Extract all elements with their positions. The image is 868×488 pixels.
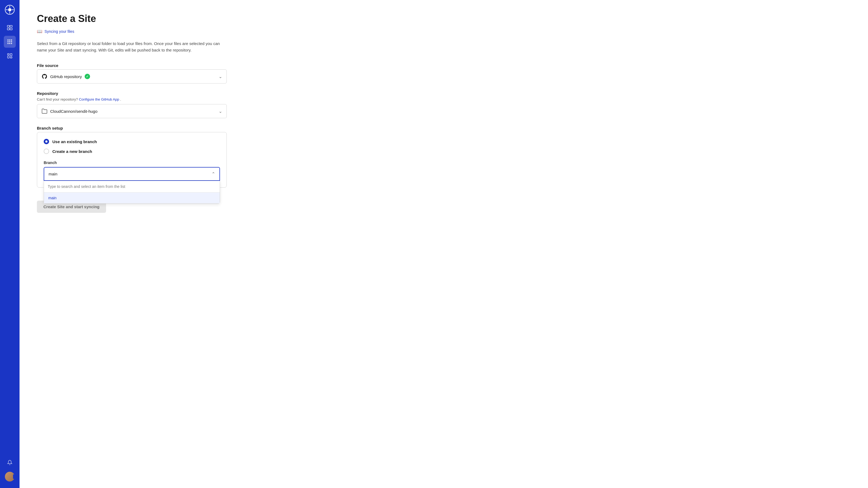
svg-rect-16 — [8, 56, 9, 58]
radio-existing-label: Use an existing branch — [52, 139, 97, 144]
repository-field: Repository Can't find your repository? C… — [37, 91, 227, 118]
branch-setup-label: Branch setup — [37, 126, 227, 130]
help-link[interactable]: 📖 Syncing your files — [37, 29, 227, 34]
file-source-field: File source GitHub repository ⌄ — [37, 63, 227, 84]
branch-option-new[interactable]: Create a new branch — [44, 149, 220, 154]
branch-setup-box: Use an existing branch Create a new bran… — [37, 132, 227, 188]
svg-rect-6 — [8, 40, 9, 41]
svg-rect-10 — [9, 41, 10, 42]
chevron-down-icon: ⌄ — [219, 74, 222, 79]
branch-search-input[interactable] — [48, 184, 216, 189]
svg-rect-14 — [11, 43, 12, 44]
file-source-dropdown[interactable]: GitHub repository ⌄ — [37, 69, 227, 84]
sidebar-nav — [4, 22, 16, 457]
repository-label: Repository — [37, 91, 227, 96]
svg-rect-9 — [8, 41, 9, 42]
branch-setup-field: Branch setup Use an existing branch Crea… — [37, 126, 227, 188]
branch-select-trigger[interactable]: main ⌃ — [44, 167, 220, 181]
sidebar-item-notifications[interactable] — [4, 457, 16, 468]
sidebar — [0, 0, 20, 488]
radio-existing-indicator — [44, 139, 49, 144]
main-content: Create a Site 📖 Syncing your files Selec… — [20, 0, 868, 488]
branch-dropdown-menu: main — [44, 181, 220, 204]
svg-rect-8 — [11, 40, 12, 41]
branch-dropdown-wrapper: main ⌃ main — [44, 167, 220, 181]
sidebar-item-org[interactable] — [4, 50, 16, 62]
radio-new-label: Create a new branch — [52, 149, 92, 154]
create-site-form: Create a Site 📖 Syncing your files Selec… — [37, 13, 227, 213]
repository-dropdown[interactable]: CloudCannon/sendit-hugo ⌄ — [37, 104, 227, 118]
book-icon: 📖 — [37, 29, 42, 34]
chevron-down-icon-2: ⌄ — [219, 109, 222, 114]
chevron-up-icon: ⌃ — [212, 171, 215, 176]
file-source-left: GitHub repository — [41, 73, 90, 79]
svg-rect-18 — [10, 57, 12, 58]
page-title: Create a Site — [37, 13, 227, 24]
sidebar-item-sites[interactable] — [4, 36, 16, 48]
app-logo[interactable] — [4, 4, 15, 15]
branch-field-label: Branch — [44, 161, 220, 165]
svg-rect-2 — [7, 26, 9, 27]
branch-radio-group: Use an existing branch Create a new bran… — [44, 139, 220, 154]
branch-dropdown-section: Branch main ⌃ main — [44, 161, 220, 181]
branch-option-main[interactable]: main — [44, 193, 220, 203]
folder-icon — [41, 108, 48, 114]
repository-value: CloudCannon/sendit-hugo — [50, 109, 97, 113]
repository-left: CloudCannon/sendit-hugo — [41, 108, 97, 114]
svg-rect-13 — [9, 43, 10, 44]
svg-rect-4 — [7, 28, 9, 30]
radio-new-indicator — [44, 149, 49, 154]
svg-rect-5 — [10, 28, 12, 30]
repository-sublabel: Can't find your repository? Configure th… — [37, 97, 227, 101]
svg-rect-15 — [8, 54, 9, 55]
branch-search-field[interactable] — [44, 181, 220, 193]
github-icon — [41, 73, 48, 79]
configure-github-link[interactable]: Configure the GitHub App — [79, 97, 120, 101]
svg-rect-7 — [9, 40, 10, 41]
user-avatar[interactable] — [5, 472, 14, 482]
file-source-value: GitHub repository — [50, 74, 82, 79]
sidebar-item-dashboard[interactable] — [4, 22, 16, 34]
help-link-text: Syncing your files — [44, 29, 74, 34]
svg-rect-12 — [8, 43, 9, 44]
page-description: Select from a Git repository or local fo… — [37, 40, 227, 54]
sidebar-bottom — [4, 457, 16, 484]
svg-rect-3 — [10, 26, 12, 27]
verified-badge — [85, 74, 90, 79]
svg-point-1 — [8, 8, 11, 11]
branch-option-existing[interactable]: Use an existing branch — [44, 139, 220, 144]
branch-selected-value: main — [49, 172, 58, 176]
svg-rect-17 — [10, 54, 12, 56]
file-source-label: File source — [37, 63, 227, 68]
svg-rect-11 — [11, 41, 12, 42]
